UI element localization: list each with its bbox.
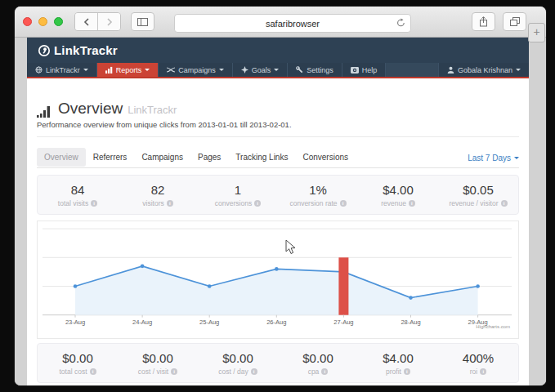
tab-conversions[interactable]: Conversions	[295, 148, 356, 167]
url-text: safaribrowser	[266, 19, 320, 29]
nav-item-reports[interactable]: Reports	[97, 63, 159, 77]
forward-button[interactable]	[97, 13, 120, 30]
main-nav: LinkTrackr Reports Campaigns	[27, 63, 529, 78]
stat-profit: $4.00profit	[358, 351, 438, 376]
stat-value: 1%	[278, 183, 358, 197]
info-icon[interactable]	[321, 368, 328, 375]
sidebar-icon	[137, 18, 148, 26]
stat-conversions: 1conversions	[198, 183, 278, 207]
page-subtitle: Performance overview from unique clicks …	[37, 120, 519, 129]
chevron-down-icon	[83, 69, 88, 71]
site-logo[interactable]: LinkTrackr	[38, 43, 118, 57]
user-menu[interactable]: Gobala Krishnan	[438, 63, 529, 77]
nav-item-settings[interactable]: Settings	[288, 63, 342, 77]
info-icon[interactable]	[480, 368, 486, 375]
svg-text:23-Aug: 23-Aug	[65, 318, 85, 326]
chevron-down-icon	[514, 157, 519, 159]
info-icon[interactable]	[167, 200, 173, 207]
share-icon	[479, 16, 488, 27]
nav-label: Goals	[252, 66, 271, 74]
stat-label: total cost	[59, 368, 87, 376]
linktrackr-logo-icon	[38, 44, 51, 57]
stat-value: $0.00	[38, 351, 118, 365]
stat-label: profit	[386, 368, 401, 376]
visits-chart[interactable]: 23-Aug24-Aug25-Aug26-Aug27-Aug28-Aug29-A…	[37, 220, 519, 339]
stat-label: revenue	[381, 199, 406, 207]
shuffle-icon	[167, 66, 175, 74]
info-icon[interactable]	[404, 368, 410, 375]
stat-cost-per-visit: $0.00cost / visit	[118, 351, 198, 376]
info-icon[interactable]	[251, 368, 257, 375]
tabs-icon	[510, 17, 520, 26]
stat-total-visits: 84total visits	[38, 183, 118, 207]
address-bar[interactable]: safaribrowser	[174, 14, 411, 33]
nav-item-help[interactable]: Help	[342, 63, 387, 77]
date-range-dropdown[interactable]: Last 7 Days	[468, 154, 519, 163]
nav-label: Reports	[116, 66, 142, 74]
info-icon[interactable]	[171, 368, 177, 375]
stat-label: cost / day	[218, 368, 248, 376]
stat-value: $0.00	[198, 351, 278, 365]
chevron-down-icon	[145, 69, 150, 71]
browser-toolbar: safaribrowser +	[15, 7, 546, 38]
svg-text:24-Aug: 24-Aug	[132, 318, 152, 326]
new-tab-button[interactable]: +	[528, 23, 545, 42]
svg-text:26-Aug: 26-Aug	[266, 318, 286, 326]
site-header: LinkTrackr	[27, 38, 529, 63]
info-icon[interactable]	[91, 200, 97, 207]
chevron-right-icon	[106, 18, 113, 26]
nav-item-goals[interactable]: Goals	[233, 63, 289, 77]
stat-label: visitors	[142, 199, 163, 207]
page-title: Overview	[58, 100, 123, 118]
svg-text:28-Aug: 28-Aug	[401, 318, 420, 326]
share-button[interactable]	[472, 12, 495, 31]
sidebar-toggle-button[interactable]	[131, 12, 154, 31]
divider	[37, 136, 519, 137]
bar-chart-icon	[105, 66, 113, 74]
tab-overview[interactable]: Overview	[37, 148, 86, 167]
info-icon[interactable]	[254, 200, 261, 207]
info-icon[interactable]	[90, 368, 96, 375]
tab-tracking-links[interactable]: Tracking Links	[228, 148, 295, 167]
traffic-lights	[23, 17, 63, 26]
date-range-label: Last 7 Days	[468, 154, 511, 163]
info-icon[interactable]	[409, 200, 415, 207]
reload-icon	[396, 18, 405, 28]
chevron-down-icon	[516, 69, 521, 71]
reload-button[interactable]	[396, 18, 405, 28]
history-nav-buttons	[74, 12, 121, 31]
stat-revenue: $4.00revenue	[358, 183, 438, 207]
stat-label: conversions	[215, 199, 252, 207]
info-icon[interactable]	[501, 200, 508, 207]
nav-item-campaigns[interactable]: Campaigns	[159, 63, 233, 77]
page-title-suffix: LinkTrackr	[128, 104, 177, 116]
nav-item-linktrackr[interactable]: LinkTrackr	[27, 63, 97, 77]
stat-value: 1	[198, 183, 278, 197]
stat-total-cost: $0.00total cost	[38, 351, 118, 376]
report-tabs: Overview Referrers Campaigns Pages Track…	[37, 148, 519, 168]
page-content: Overview LinkTrackr Performance overview…	[27, 100, 529, 383]
wrench-icon	[296, 66, 303, 74]
stat-visitors: 82visitors	[118, 183, 198, 207]
stat-value: $4.00	[358, 351, 438, 365]
nav-label: Help	[362, 66, 378, 74]
tab-campaigns[interactable]: Campaigns	[134, 148, 190, 167]
stat-value: 84	[38, 183, 118, 197]
close-window-button[interactable]	[23, 17, 32, 26]
nav-label: Settings	[307, 66, 333, 74]
tab-overview-button[interactable]	[503, 12, 526, 31]
goal-star-icon	[241, 66, 248, 74]
info-icon[interactable]	[340, 200, 347, 207]
stat-conversion-rate: 1%conversion rate	[278, 183, 358, 207]
tab-referrers[interactable]: Referrers	[86, 148, 135, 167]
stat-label: cost / visit	[138, 368, 168, 376]
minimize-window-button[interactable]	[38, 17, 47, 26]
stat-value: $0.00	[278, 351, 358, 365]
page-viewport: LinkTrackr LinkTrackr Reports	[15, 38, 546, 385]
tab-pages[interactable]: Pages	[190, 148, 228, 167]
stat-roi: 400%roi	[438, 351, 518, 376]
zoom-window-button[interactable]	[54, 17, 63, 26]
stat-label: roi	[470, 368, 477, 376]
globe-icon	[35, 66, 43, 74]
back-button[interactable]	[75, 13, 97, 30]
